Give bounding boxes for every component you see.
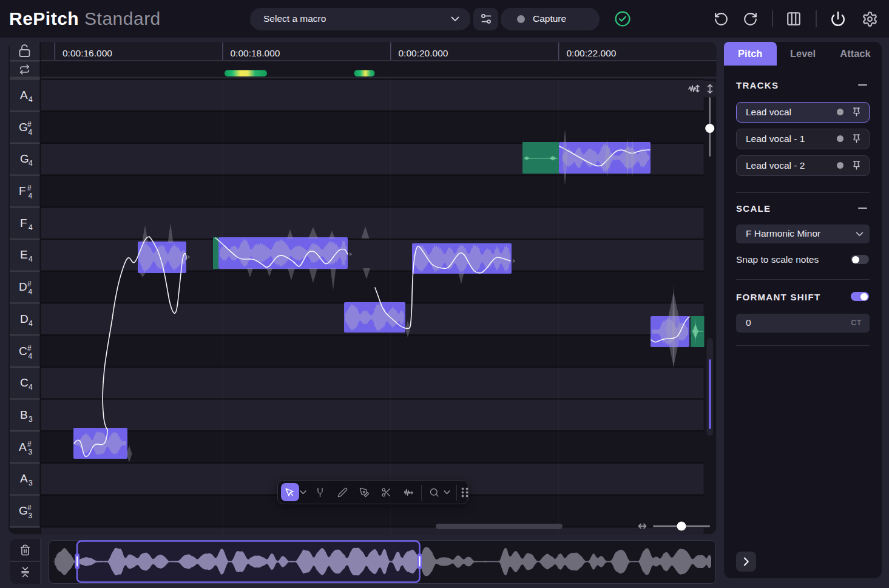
svg-text:#: # <box>27 440 32 448</box>
svg-text:#: # <box>27 120 32 129</box>
svg-text:4: 4 <box>29 159 33 167</box>
svg-text:0:00:18.000: 0:00:18.000 <box>231 48 280 58</box>
svg-text:4: 4 <box>29 192 33 200</box>
svg-text:A: A <box>19 441 27 453</box>
svg-text:F: F <box>20 217 27 229</box>
svg-text:4: 4 <box>29 128 33 137</box>
svg-text:3: 3 <box>29 512 33 520</box>
svg-text:D: D <box>19 280 27 293</box>
svg-text:F: F <box>19 184 26 197</box>
svg-text:4: 4 <box>29 352 33 360</box>
svg-text:C: C <box>19 345 27 357</box>
svg-text:0:00:20.000: 0:00:20.000 <box>399 48 448 58</box>
svg-text:G: G <box>20 152 29 165</box>
svg-text:3: 3 <box>29 415 33 424</box>
svg-text:4: 4 <box>29 288 33 296</box>
svg-text:0:00:16.000: 0:00:16.000 <box>63 48 112 58</box>
svg-text:4: 4 <box>29 95 33 104</box>
svg-text:4: 4 <box>29 255 33 263</box>
svg-text:G: G <box>19 121 28 133</box>
svg-text:4: 4 <box>29 319 33 328</box>
svg-text:#: # <box>27 344 32 353</box>
svg-text:G: G <box>19 504 28 517</box>
svg-text:#: # <box>27 280 32 288</box>
svg-text:0:00:22.000: 0:00:22.000 <box>567 48 617 58</box>
svg-text:3: 3 <box>29 448 33 456</box>
svg-text:E: E <box>20 248 28 261</box>
svg-text:A: A <box>20 89 28 101</box>
svg-text:#: # <box>27 504 32 512</box>
svg-text:4: 4 <box>29 223 33 232</box>
svg-text:4: 4 <box>29 383 33 391</box>
svg-text:A: A <box>20 472 28 485</box>
svg-text:D: D <box>20 313 29 325</box>
svg-text:#: # <box>27 184 32 192</box>
svg-text:3: 3 <box>29 479 33 487</box>
svg-text:B: B <box>20 408 28 421</box>
svg-text:C: C <box>20 376 29 389</box>
